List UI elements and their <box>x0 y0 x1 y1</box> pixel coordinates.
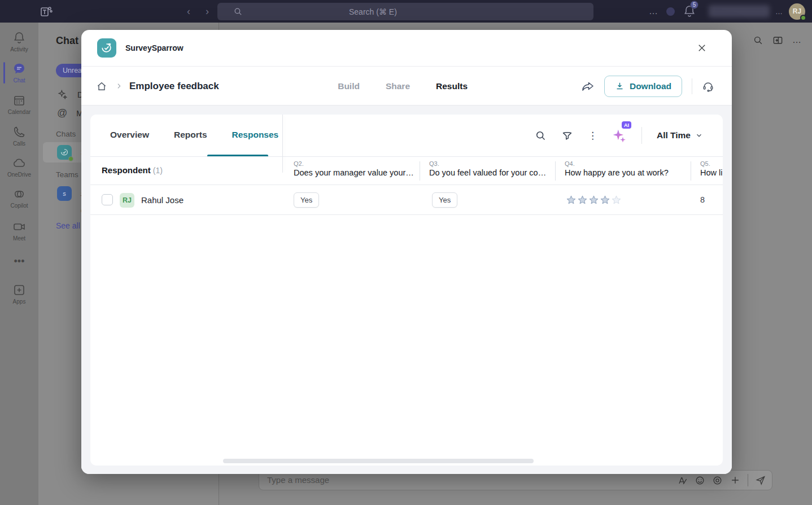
star-icon <box>600 195 610 205</box>
share-forward-icon[interactable] <box>581 80 595 93</box>
tab-reports[interactable]: Reports <box>174 130 207 141</box>
loop-icon[interactable] <box>712 475 723 486</box>
column-header-q2: Q2. Does your manager value your… <box>282 157 418 185</box>
presence-available-icon <box>800 15 806 21</box>
question-text: How happy are you at work? <box>565 168 689 177</box>
question-number: Q2. <box>294 160 418 167</box>
responses-card: Overview Reports Responses ⋮ <box>90 115 723 466</box>
sidebar-item-meet[interactable]: Meet <box>0 220 38 241</box>
message-input[interactable] <box>267 475 606 485</box>
respondent-column-header: Respondent (1) <box>102 165 163 175</box>
column-header-q5: Q5. How li <box>689 157 723 185</box>
sidebar-item-copilot[interactable]: Copilot <box>0 187 38 209</box>
sidebar-item-calendar[interactable]: Calendar <box>0 94 38 115</box>
ai-badge: AI <box>622 121 631 129</box>
star-icon <box>611 195 622 205</box>
forward-chevron-icon[interactable]: › <box>201 5 213 17</box>
format-icon[interactable] <box>677 475 688 486</box>
toolbar-divider <box>641 127 642 144</box>
column-header-q3: Q3. Do you feel valued for your co… <box>418 157 553 185</box>
account-more-icon[interactable]: … <box>775 7 783 16</box>
more-dots-icon: ••• <box>12 256 26 270</box>
sidebar-item-activity[interactable]: Activity <box>0 31 38 52</box>
column-header-q4: Q4. How happy are you at work? <box>553 157 689 185</box>
discover-item[interactable]: Di <box>57 89 85 100</box>
notifications-bell-icon[interactable]: 5 <box>683 5 696 18</box>
search-icon[interactable] <box>753 35 763 46</box>
breadcrumb-chevron-icon <box>115 82 123 90</box>
sidebar-item-calls[interactable]: Calls <box>0 125 38 147</box>
table-row[interactable]: RJ Rahul Jose Yes Yes 8 <box>90 185 723 215</box>
user-avatar[interactable]: RJ <box>789 3 805 20</box>
sidebar-item-more[interactable]: ••• <box>0 256 38 271</box>
teams-topbar: ‹ › … 5 … RJ <box>0 0 812 23</box>
headset-support-icon[interactable] <box>702 80 714 93</box>
rail-label: Activity <box>0 46 38 52</box>
at-mention-icon: @ <box>57 107 67 119</box>
mentions-item[interactable]: @ M <box>57 107 83 119</box>
time-filter-dropdown[interactable]: All Time <box>657 130 703 140</box>
rail-label: Calls <box>0 140 38 147</box>
chevron-down-icon <box>695 131 703 139</box>
modal-header: SurveySparrow <box>81 30 732 67</box>
redacted-account-name <box>709 5 770 17</box>
results-body: Overview Reports Responses ⋮ <box>81 105 732 474</box>
section-teams[interactable]: Teams <box>56 170 78 179</box>
bell-icon <box>12 31 26 45</box>
nav-results[interactable]: Results <box>436 81 468 91</box>
rail-label: Copilot <box>0 203 38 209</box>
emoji-icon[interactable] <box>695 475 705 486</box>
question-number: Q5. <box>700 160 723 167</box>
column-divider <box>555 161 556 181</box>
close-icon[interactable] <box>697 43 707 53</box>
star-icon <box>566 195 577 205</box>
column-divider <box>420 161 420 181</box>
rail-label: Chat <box>0 77 38 84</box>
topbar-more-icon[interactable]: … <box>649 6 658 16</box>
sidebar-item-chat[interactable]: Chat <box>0 62 38 84</box>
nav-build[interactable]: Build <box>338 81 360 91</box>
nav-share[interactable]: Share <box>386 81 410 91</box>
chat-bubble-icon <box>12 62 26 76</box>
row-checkbox[interactable] <box>102 194 113 205</box>
rail-label: OneDrive <box>0 172 38 178</box>
download-button[interactable]: Download <box>604 76 682 97</box>
horizontal-scrollbar-thumb[interactable] <box>223 459 534 463</box>
send-icon[interactable] <box>755 475 766 486</box>
search-icon[interactable] <box>535 130 547 142</box>
phone-icon <box>12 125 26 139</box>
more-options-icon[interactable]: ⋮ <box>588 130 597 142</box>
filter-funnel-icon[interactable] <box>561 130 573 142</box>
ai-insights-icon[interactable]: AI <box>612 128 627 143</box>
toolbar-divider <box>692 78 692 94</box>
surveysparrow-avatar <box>57 145 72 160</box>
download-icon <box>615 81 625 91</box>
teams-search-box[interactable] <box>217 3 593 20</box>
question-text: Do you feel valued for your co… <box>429 168 553 177</box>
rail-label: Apps <box>0 298 38 305</box>
time-filter-value: All Time <box>657 130 691 140</box>
see-all-link[interactable]: See all <box>56 221 80 230</box>
app-rail: Activity Chat Calendar Calls OneDrive <box>0 23 38 505</box>
sidebar-item-apps[interactable]: Apps <box>0 283 38 305</box>
attach-plus-icon[interactable] <box>730 475 741 486</box>
tab-responses[interactable]: Responses <box>232 130 279 141</box>
question-text: How li <box>700 168 723 177</box>
chat-panel-title: Chat <box>56 35 78 47</box>
team-avatar: s <box>57 186 72 201</box>
notification-dot <box>666 7 675 16</box>
tab-overview[interactable]: Overview <box>110 130 149 141</box>
survey-toolbar: Employee feedback Build Share Results Do… <box>81 67 732 105</box>
open-in-pane-icon[interactable] <box>772 35 783 46</box>
question-number: Q3. <box>429 160 553 167</box>
back-chevron-icon[interactable]: ‹ <box>182 5 195 17</box>
survey-title: Employee feedback <box>129 81 219 92</box>
star-icon <box>588 195 599 205</box>
section-chats[interactable]: Chats <box>56 130 76 138</box>
active-tab-underline <box>207 155 268 156</box>
home-icon[interactable] <box>96 81 107 92</box>
sidebar-item-onedrive[interactable]: OneDrive <box>0 156 38 178</box>
conversation-more-icon[interactable]: … <box>792 35 802 46</box>
teams-search-input[interactable] <box>349 7 462 16</box>
answer-chip-q2: Yes <box>294 192 319 208</box>
